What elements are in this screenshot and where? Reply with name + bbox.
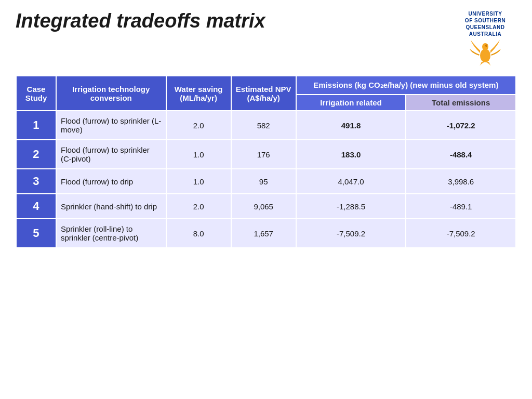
cell-irrigation-tech: Flood (furrow) to drip <box>56 169 166 194</box>
cell-estimated-npv: 1,657 <box>231 219 296 248</box>
cell-case-study: 4 <box>16 194 56 219</box>
svg-point-1 <box>482 43 488 50</box>
logo-area: UNIVERSITY OF SOUTHERN QUEENSLAND AUSTRA… <box>454 10 516 66</box>
cell-total-emissions: 3,998.6 <box>406 169 516 194</box>
cell-irrigation-tech: Sprinkler (roll-line) to sprinkler (cent… <box>56 219 166 248</box>
col-header-irrigation-tech: Irrigation technology conversion <box>56 76 166 111</box>
cell-case-study: 2 <box>16 140 56 169</box>
table-wrapper: Case Study Irrigation technology convers… <box>16 75 516 248</box>
cell-water-saving: 2.0 <box>166 194 231 219</box>
table-header-row-1: Case Study Irrigation technology convers… <box>16 76 516 95</box>
table-row: 2Flood (furrow) to sprinkler (C-pivot)1.… <box>16 140 516 169</box>
table-body: 1Flood (furrow) to sprinkler (L-move)2.0… <box>16 111 516 248</box>
cell-irr-related: -7,509.2 <box>296 219 406 248</box>
cell-case-study: 1 <box>16 111 56 140</box>
tradeoffs-table: Case Study Irrigation technology convers… <box>16 75 516 248</box>
col-header-water-saving: Water saving (ML/ha/yr) <box>166 76 231 111</box>
cell-total-emissions: -7,509.2 <box>406 219 516 248</box>
cell-water-saving: 8.0 <box>166 219 231 248</box>
col-subheader-irrigation-related: Irrigation related <box>296 95 406 111</box>
table-row: 5Sprinkler (roll-line) to sprinkler (cen… <box>16 219 516 248</box>
cell-estimated-npv: 95 <box>231 169 296 194</box>
cell-case-study: 5 <box>16 219 56 248</box>
col-header-case-study: Case Study <box>16 76 56 111</box>
cell-case-study: 3 <box>16 169 56 194</box>
cell-water-saving: 1.0 <box>166 169 231 194</box>
cell-irrigation-tech: Flood (furrow) to sprinkler (L-move) <box>56 111 166 140</box>
logo-text: UNIVERSITY OF SOUTHERN QUEENSLAND AUSTRA… <box>465 10 506 37</box>
col-header-emissions: Emissions (kg CO₂e/ha/y) (new minus old … <box>296 76 516 95</box>
cell-total-emissions: -1,072.2 <box>406 111 516 140</box>
cell-estimated-npv: 9,065 <box>231 194 296 219</box>
cell-water-saving: 2.0 <box>166 111 231 140</box>
cell-water-saving: 1.0 <box>166 140 231 169</box>
header: Integrated tradeoffs matrix UNIVERSITY O… <box>16 10 516 66</box>
cell-irrigation-tech: Sprinkler (hand-shift) to drip <box>56 194 166 219</box>
cell-irr-related: -1,288.5 <box>296 194 406 219</box>
university-logo-icon <box>470 37 501 66</box>
cell-irrigation-tech: Flood (furrow) to sprinkler (C-pivot) <box>56 140 166 169</box>
col-header-estimated-npv: Estimated NPV (A$/ha/y) <box>231 76 296 111</box>
svg-point-0 <box>480 49 490 62</box>
cell-estimated-npv: 582 <box>231 111 296 140</box>
table-row: 4Sprinkler (hand-shift) to drip2.09,065-… <box>16 194 516 219</box>
cell-estimated-npv: 176 <box>231 140 296 169</box>
svg-point-2 <box>486 46 487 47</box>
page-container: Integrated tradeoffs matrix UNIVERSITY O… <box>0 0 532 399</box>
cell-irr-related: 4,047.0 <box>296 169 406 194</box>
table-row: 3Flood (furrow) to drip1.0954,047.03,998… <box>16 169 516 194</box>
page-title: Integrated tradeoffs matrix <box>16 10 265 32</box>
cell-total-emissions: -489.1 <box>406 194 516 219</box>
table-row: 1Flood (furrow) to sprinkler (L-move)2.0… <box>16 111 516 140</box>
cell-total-emissions: -488.4 <box>406 140 516 169</box>
cell-irr-related: 183.0 <box>296 140 406 169</box>
col-subheader-total-emissions: Total emissions <box>406 95 516 111</box>
cell-irr-related: 491.8 <box>296 111 406 140</box>
